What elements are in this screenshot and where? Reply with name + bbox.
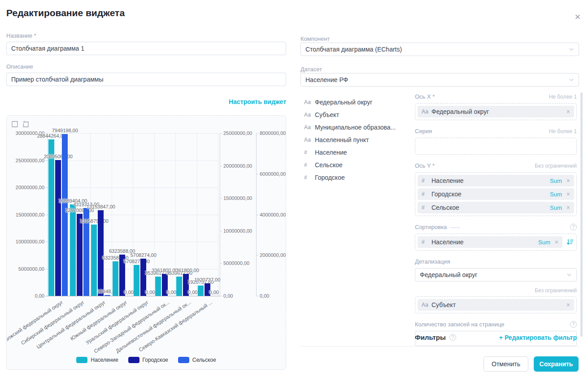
description-input[interactable]	[6, 73, 286, 86]
component-label: Компонент	[301, 35, 330, 42]
bar-value-label: 0,00	[124, 290, 134, 295]
bar-Население[interactable]	[176, 277, 182, 296]
save-button[interactable]: Сохранить	[534, 356, 579, 372]
chevron-down-icon	[569, 47, 574, 52]
bar-value-label: 0,00	[167, 290, 176, 295]
remove-chip-icon[interactable]: ×	[555, 238, 558, 246]
legend-swatch-icon	[178, 357, 189, 363]
tick	[220, 166, 222, 166]
legend-item[interactable]: Сельское	[178, 357, 216, 363]
dataset-label: Датасет	[301, 66, 322, 73]
axis-y-dropzone[interactable]: #НаселениеSum×#ГородскоеSum×#СельскоеSum…	[415, 172, 577, 216]
y2-axis-tick-label: 10000000,00	[223, 228, 252, 234]
name-input[interactable]	[6, 42, 286, 55]
dataset-field-item[interactable]: АаСубъект	[304, 108, 412, 121]
y3-axis-tick-label: 8000000,00	[260, 130, 286, 136]
number-field-icon: #	[422, 204, 431, 211]
bar-Городское[interactable]	[77, 214, 83, 296]
bar-Сельское[interactable]	[105, 295, 110, 296]
tick	[220, 263, 222, 264]
y2-axis-tick-label: 25000000,00	[223, 130, 252, 136]
series-label: Серия	[415, 128, 432, 134]
dataset-field-item[interactable]: АаНаселенный пункт	[304, 134, 412, 146]
axis-x-chip: Аа Федеральный округ ×	[418, 106, 574, 117]
remove-chip-icon[interactable]: ×	[566, 177, 570, 184]
aggregation-select[interactable]: Sum	[550, 191, 562, 198]
zoom-select-icon[interactable]	[11, 121, 18, 128]
y-axis-tick-label: 10000000,00	[9, 239, 44, 244]
axis-y-chip[interactable]: #ГородскоеSum×	[418, 188, 574, 200]
sort-desc-icon[interactable]	[566, 238, 574, 246]
y2-axis-tick-label: 20000000,00	[223, 163, 252, 169]
bar-value-label: 5708274,00	[131, 252, 157, 258]
component-select[interactable]: Столбчатая диаграмма (ECharts)	[301, 43, 579, 56]
number-field-icon: #	[422, 178, 431, 184]
bar-Население[interactable]	[155, 277, 161, 296]
bar-Население[interactable]	[91, 225, 97, 296]
axis-y-chip[interactable]: #НаселениеSum×	[418, 175, 574, 186]
bar-chart: 0,005000000,0010000000,0015000000,002000…	[7, 116, 286, 369]
edit-filter-link[interactable]: + Редактировать фильтр	[499, 334, 577, 341]
aggregation-select[interactable]: Sum	[550, 178, 562, 184]
dataset-field-item[interactable]: #Население	[304, 146, 412, 159]
gridline	[90, 133, 91, 296]
chart-legend: Население Городское Сельское	[7, 357, 286, 363]
dataset-field-item[interactable]: #Городское	[304, 171, 412, 184]
sorting-dropzone[interactable]: # Население Sum ×	[415, 234, 577, 251]
y3-axis-tick-label: 0,00	[260, 293, 269, 299]
bar-Сельское[interactable]	[62, 134, 68, 296]
remove-chip-icon[interactable]: ×	[566, 301, 570, 308]
dataset-field-item[interactable]: АаМуниципальное образова...	[304, 121, 412, 134]
series-limit: Не более 1	[549, 128, 577, 134]
axis-y-limit: Без ограничений	[535, 163, 577, 169]
bar-Население[interactable]	[113, 261, 118, 296]
remove-chip-icon[interactable]: ×	[566, 204, 570, 211]
axis-y-chip[interactable]: #СельскоеSum×	[418, 202, 574, 213]
x-axis-category-label: Приволжский федеральный округ	[6, 299, 64, 349]
axis-x-dropzone[interactable]: Аа Федеральный округ ×	[415, 103, 577, 120]
bar-Население[interactable]	[70, 204, 76, 296]
configure-widget-link[interactable]: Настроить виджет	[6, 98, 286, 105]
legend-item[interactable]: Население	[76, 357, 118, 363]
dataset-select[interactable]: Население РФ	[301, 73, 579, 87]
bar-value-label: 3361800,00	[173, 268, 199, 273]
aggregation-select[interactable]: Sum	[538, 239, 550, 246]
detail-dropzone[interactable]: Аа Субъект ×	[415, 296, 577, 313]
text-field-icon: Аа	[422, 108, 431, 115]
tick	[220, 231, 222, 231]
bar-Городское[interactable]	[55, 160, 61, 296]
detail-select[interactable]: Федеральный округ	[415, 268, 577, 282]
gridline	[112, 133, 112, 296]
dataset-field-item[interactable]: #Сельское	[304, 159, 412, 171]
text-field-icon: Аа	[304, 137, 315, 143]
bar-Население[interactable]	[48, 139, 54, 296]
legend-swatch-icon	[76, 357, 87, 363]
y2-axis-tick-label: 5000000,00	[223, 260, 249, 266]
bar-value-label: 20895066,00	[44, 154, 73, 159]
bar-value-label: 0,00	[188, 290, 197, 295]
detail-limit: Без ограничений	[415, 287, 577, 294]
scrollbar[interactable]	[580, 92, 583, 337]
legend-item[interactable]: Городское	[128, 357, 168, 363]
help-icon[interactable]: ?	[570, 321, 577, 328]
gridline	[133, 133, 133, 296]
dataset-field-item[interactable]: АаФедеральный округ	[304, 96, 412, 108]
remove-chip-icon[interactable]: ×	[566, 108, 570, 115]
bar-Население[interactable]	[198, 286, 204, 296]
help-icon[interactable]: ?	[570, 224, 577, 230]
bar-Население[interactable]	[134, 265, 139, 296]
aggregation-select[interactable]: Sum	[550, 204, 562, 211]
bar-value-label: 1920737,00	[194, 277, 220, 282]
close-icon[interactable]: ×	[572, 12, 583, 22]
tick	[256, 174, 258, 174]
y-axis-tick-label: 0,00	[9, 293, 44, 299]
bar-Городское[interactable]	[98, 210, 104, 296]
zoom-reset-icon[interactable]	[22, 121, 29, 128]
cancel-button[interactable]: Отменить	[483, 356, 528, 372]
remove-chip-icon[interactable]: ×	[566, 191, 570, 198]
y-axis-tick-label: 20000000,00	[9, 185, 44, 190]
series-dropzone[interactable]	[415, 138, 577, 155]
sorting-label: Сортировка	[415, 224, 460, 230]
detail-label: Детализация	[415, 258, 577, 265]
help-icon[interactable]: ?	[449, 334, 456, 341]
